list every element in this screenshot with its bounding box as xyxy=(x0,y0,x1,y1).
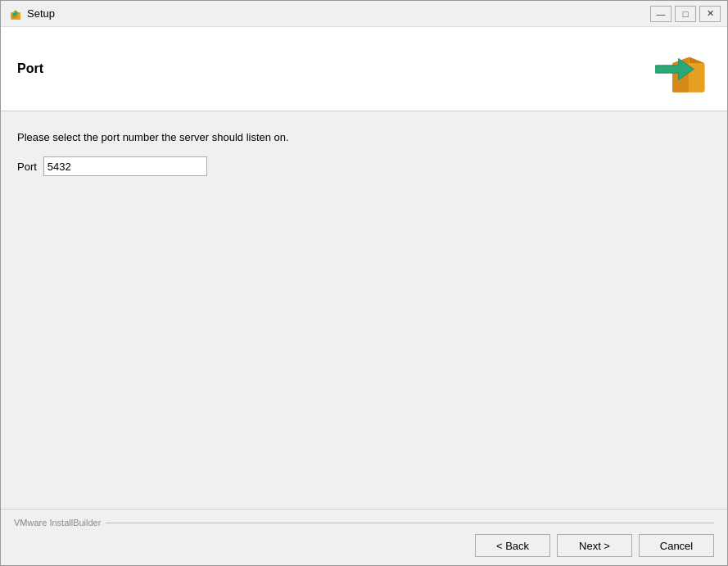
next-button[interactable]: Next > xyxy=(557,534,632,557)
port-label: Port xyxy=(17,161,37,173)
titlebar-icon xyxy=(7,7,22,21)
footer-rule xyxy=(106,523,714,523)
cancel-button[interactable]: Cancel xyxy=(639,534,714,557)
footer-buttons: < Back Next > Cancel xyxy=(14,534,714,557)
brand-text: VMware InstallBuilder xyxy=(14,518,101,528)
close-button[interactable]: ✕ xyxy=(699,6,721,22)
main-content: Please select the port number the server… xyxy=(1,111,727,509)
setup-window: Setup — □ ✕ Port Please select the po xyxy=(0,0,728,566)
header-section: Port xyxy=(1,27,727,111)
window-title: Setup xyxy=(27,7,650,20)
title-bar: Setup — □ ✕ xyxy=(1,1,727,27)
back-button[interactable]: < Back xyxy=(475,534,550,557)
svg-marker-7 xyxy=(690,57,705,63)
svg-rect-4 xyxy=(13,13,16,16)
minimize-button[interactable]: — xyxy=(650,6,671,22)
port-row: Port xyxy=(17,156,711,176)
setup-logo xyxy=(649,40,711,97)
restore-button[interactable]: □ xyxy=(675,6,696,22)
window-controls: — □ ✕ xyxy=(650,6,721,22)
footer: VMware InstallBuilder < Back Next > Canc… xyxy=(1,509,727,565)
port-input[interactable] xyxy=(43,156,207,176)
description-text: Please select the port number the server… xyxy=(17,131,711,143)
footer-brand-line: VMware InstallBuilder xyxy=(14,518,714,528)
page-title: Port xyxy=(17,61,43,76)
